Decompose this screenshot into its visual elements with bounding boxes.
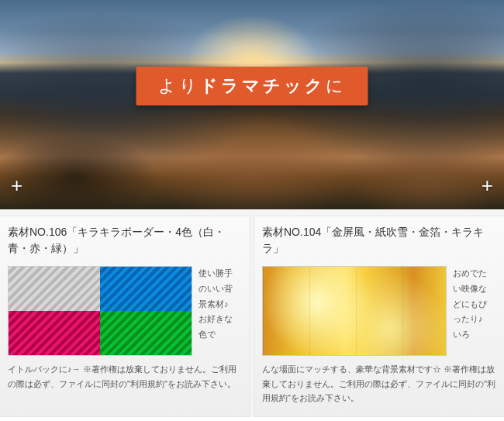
banner-text-post: に [326,76,347,95]
card-title: 素材NO.104「金屏風・紙吹雪・金箔・キラキラ」 [262,224,496,257]
expand-right-icon[interactable]: + [482,175,493,195]
card-body: おめでたい映像などにもぴったり♪いろ [262,266,496,356]
hero-image: よりドラマチックに + + [0,0,504,209]
thumbnail-colors [8,266,192,356]
swatch-blue [100,267,192,311]
expand-left-icon[interactable]: + [11,175,22,195]
card-side-text: おめでたい映像などにもぴったり♪いろ [453,266,487,356]
card-body: 使い勝手のいい背景素材♪お好きな色で [8,266,242,356]
card-side-text: 使い勝手のいい背景素材♪お好きな色で [198,266,233,356]
card-description: イトルバックに♪→ ※著作権は放棄しておりません。ご利用の際は必ず、ファイルに同… [8,362,242,391]
material-card[interactable]: 素材NO.104「金屏風・紙吹雪・金箔・キラキラ」 おめでたい映像などにもぴった… [254,216,504,417]
cards-row: 素材NO.106「キラキラボーダー・4色（白・青・赤・緑）」 使い勝手のいい背景… [0,209,504,417]
thumbnail-gold [262,266,447,356]
swatch-green [100,311,192,355]
banner-text-bold: ドラマチック [200,76,326,95]
swatch-white [9,267,100,311]
card-description: んな場面にマッチする、豪華な背景素材です☆ ※著作権は放棄しておりません。ご利用… [262,362,496,405]
banner-text-pre: より [158,76,200,95]
hero-banner: よりドラマチックに [136,67,368,105]
swatch-red [9,311,100,355]
card-title: 素材NO.106「キラキラボーダー・4色（白・青・赤・緑）」 [8,224,242,257]
material-card[interactable]: 素材NO.106「キラキラボーダー・4色（白・青・赤・緑）」 使い勝手のいい背景… [0,216,250,417]
